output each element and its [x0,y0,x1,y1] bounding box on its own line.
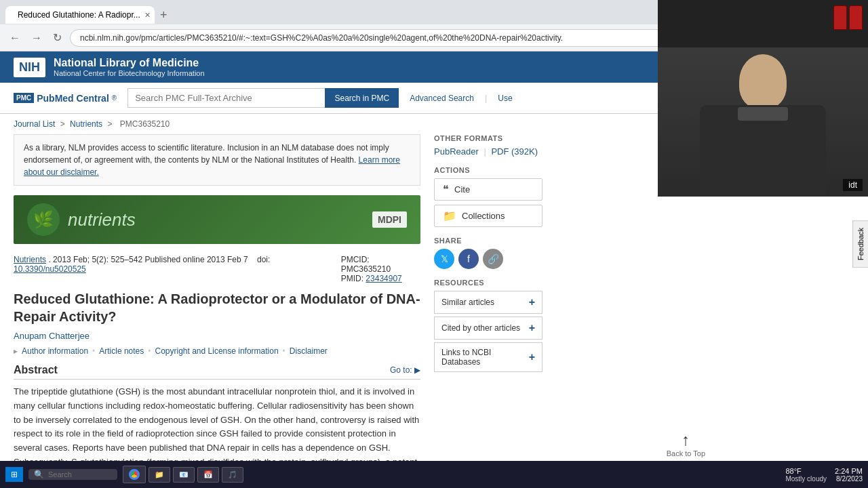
video-overlay: idt [658,0,868,197]
ncbi-links-expand-icon: + [529,351,535,363]
actions-section: ACTIONS ❝ Cite 📁 Collections [434,166,542,227]
pmid-link[interactable]: 23434907 [366,274,401,283]
ncbi-links-btn[interactable]: Links to NCBI Databases + [434,342,542,372]
nlm-title: National Library of Medicine [54,57,205,69]
copyright-link[interactable]: Copyright and License information [155,346,279,356]
collections-label: Collections [462,211,505,221]
weather-desc: Mostly cloudy [785,475,827,483]
actions-label: ACTIONS [434,166,542,174]
back-to-top-text: Back to Top [667,449,705,458]
article-meta-left: Nutrients . 2013 Feb; 5(2): 525–542 Publ… [14,255,341,283]
taskbar-chrome[interactable] [123,466,146,483]
taskbar-more-apps[interactable]: 🎵 [222,467,243,483]
new-tab-btn[interactable]: + [155,5,173,25]
article-meta-right: PMCID: PMC3635210 PMID: 23434907 [341,255,420,283]
resources-section: RESOURCES Similar articles + Cited by ot… [434,279,542,372]
journal-list-link[interactable]: Journal List [14,119,55,129]
chrome-icon [129,469,140,480]
cited-by-btn[interactable]: Cited by other articles + [434,317,542,340]
taskbar: ⊞ 🔍 📁 📧 📅 🎵 88°F Mostly cloudy 2:24 PM 8… [0,461,868,488]
share-icons: 𝕏 f 🔗 [434,249,542,269]
goto-link[interactable]: Go to: ▶ [390,365,420,375]
weather-info: 88°F Mostly cloudy [785,467,827,483]
advanced-search-link[interactable]: Advanced Search [410,94,474,103]
cite-btn[interactable]: ❝ Cite [434,178,542,201]
tab-close-btn[interactable]: ✕ [144,11,151,20]
pmcid: PMC3635210 [120,119,170,129]
user-link[interactable]: Use [498,94,512,103]
facebook-share-btn[interactable]: f [458,249,479,269]
journal-icon-char: 🌿 [33,210,54,229]
file-explorer-icon: 📁 [155,470,164,479]
sep: • [92,346,95,356]
video-person [658,47,868,197]
disclaimer-article-link[interactable]: Disclaimer [290,346,328,356]
sep2: > [107,119,112,129]
apps-icon: 🎵 [228,470,237,479]
nutrients-link[interactable]: Nutrients [70,119,102,129]
clock: 2:24 PM 8/2/2023 [835,467,863,483]
pdf-link[interactable]: PDF (392K) [491,146,538,157]
author-info-link[interactable]: Author information [22,346,88,356]
active-tab[interactable]: Reduced Glutathione: A Radiopr... ✕ [5,6,155,24]
search-icon: 🔍 [34,470,44,479]
similar-articles-expand-icon: + [529,296,535,308]
back-btn[interactable]: ← [7,29,23,47]
article-notes-link[interactable]: Article notes [99,346,144,356]
resources-label: RESOURCES [434,279,542,287]
journal-name: nutrients [68,209,136,230]
nav-arrow: ▸ [14,346,18,356]
separator: | [485,93,487,103]
video-name-tag: idt [843,179,863,191]
pmcid-label: PMCID: [341,255,370,264]
journal-link[interactable]: Nutrients [14,255,46,264]
share-label: SHARE [434,237,542,245]
journal-icon: 🌿 [27,203,60,236]
author-block: Anupam Chatterjee [14,331,420,341]
feedback-tab[interactable]: Feedback [852,220,868,268]
pubreader-link[interactable]: PubReader [434,146,479,157]
copy-link-btn[interactable]: 🔗 [483,249,503,269]
quote-icon: ❝ [443,183,449,196]
nlm-subtitle: National Center for Biotechnology Inform… [54,69,205,77]
person-collar [738,107,788,121]
twitter-share-btn[interactable]: 𝕏 [434,249,454,269]
pmc-logo-box: PMC [14,93,34,103]
sidebar: OTHER FORMATS PubReader | PDF (392K) ACT… [434,134,542,488]
iron-man-figure-1 [833,5,847,30]
journal-banner: 🌿 nutrients MDPI [14,195,420,244]
doi-label: doi: [257,255,270,264]
similar-articles-btn[interactable]: Similar articles + [434,291,542,314]
cited-by-expand-icon: + [529,322,535,334]
refresh-btn[interactable]: ↻ [50,28,64,47]
cited-by-label: Cited by other articles [441,323,520,333]
sep1: > [60,119,65,129]
taskbar-right: 88°F Mostly cloudy 2:24 PM 8/2/2023 [785,467,863,483]
article-title: Reduced Glutathione: A Radioprotector or… [14,290,420,325]
doi-link[interactable]: 10.3390/nu5020525 [14,264,86,274]
forward-btn[interactable]: → [28,29,45,47]
pmcid-value: PMC3635210 [341,264,391,274]
back-to-top[interactable]: ↑ Back to Top [667,430,705,458]
format-sep: | [484,146,486,157]
person-head [739,54,787,108]
sep2: • [148,346,151,356]
taskbar-mail[interactable]: 📧 [173,467,195,483]
start-btn[interactable]: ⊞ [5,467,23,482]
author-link[interactable]: Anupam Chatterjee [14,331,90,341]
time: 2:24 PM [835,467,863,475]
search-btn[interactable]: Search in PMC [325,88,399,108]
collections-btn[interactable]: 📁 Collections [434,205,542,227]
collections-icon: 📁 [443,209,456,222]
other-formats-section: OTHER FORMATS PubReader | PDF (392K) [434,134,542,157]
disclaimer-box: As a library, NLM provides access to sci… [14,134,420,186]
calendar-icon: 📅 [203,470,213,479]
taskbar-search-input[interactable] [44,469,112,480]
published-online: Published online 2013 Feb 7 [145,255,248,264]
weather-temp: 88°F [785,467,827,475]
search-input[interactable] [127,88,325,108]
format-links: PubReader | PDF (392K) [434,146,542,157]
taskbar-file-explorer[interactable]: 📁 [149,467,170,483]
taskbar-calendar[interactable]: 📅 [197,467,219,483]
nav-links: ▸ Author information • Article notes • C… [14,346,420,356]
